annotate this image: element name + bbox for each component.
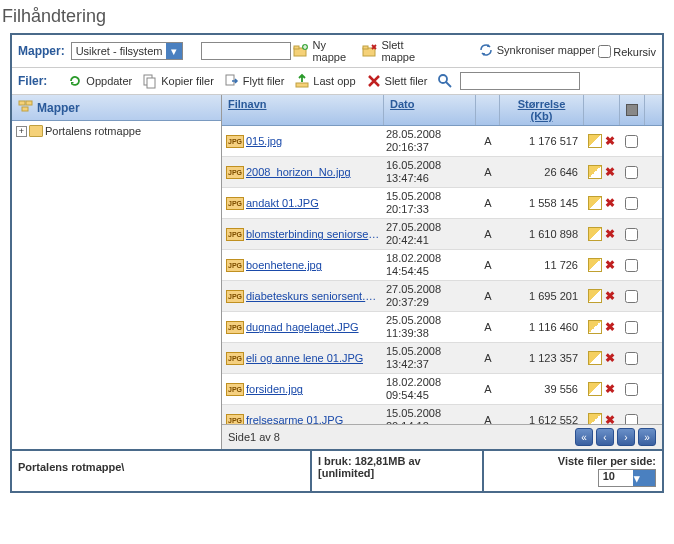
search-button[interactable] [437,73,456,89]
new-folder-input[interactable] [201,42,291,60]
delete-icon[interactable]: ✖ [604,197,616,209]
file-link[interactable]: dugnad hagelaget.JPG [246,321,359,333]
files-label: Filer: [18,74,47,88]
table-row: JPG2008_horizon_No.jpg16.05.200813:47:46… [222,157,662,188]
delete-icon[interactable]: ✖ [604,135,616,147]
delete-icon[interactable]: ✖ [604,321,616,333]
move-files-button[interactable]: Flytt filer [224,73,285,89]
svg-rect-4 [363,46,368,49]
new-folder-button[interactable]: Ny mappe [293,39,352,63]
row-checkbox[interactable] [625,290,638,303]
edit-icon[interactable] [588,134,602,148]
col-filename[interactable]: Filnavn [222,95,384,125]
row-checkbox[interactable] [625,414,638,424]
file-size: 1 176 517 [500,135,584,147]
file-flag: A [476,414,500,424]
chevron-down-icon[interactable]: ▾ [166,43,182,59]
edit-icon[interactable] [588,320,602,334]
expand-icon[interactable]: + [16,126,27,137]
copy-label: Kopier filer [161,75,214,87]
jpg-icon: JPG [226,166,244,179]
edit-icon[interactable] [588,258,602,272]
row-checkbox[interactable] [625,383,638,396]
file-size: 1 610 898 [500,228,584,240]
delete-icon[interactable]: ✖ [604,259,616,271]
folder-select[interactable]: Usikret - filsystem ▾ [71,42,184,60]
folder-tree-pane: Mapper + Portalens rotmappe [12,95,222,449]
file-date: 18.02.200809:54:45 [384,374,476,404]
file-date: 25.05.200811:39:38 [384,312,476,342]
svg-point-9 [439,75,447,83]
edit-icon[interactable] [588,413,602,424]
col-date[interactable]: Dato [384,95,476,125]
per-page-select[interactable]: 10 ▾ [598,469,656,487]
table-row: JPGeli og anne lene 01.JPG15.05.200813:4… [222,343,662,374]
file-flag: A [476,197,500,209]
file-link[interactable]: blomsterbinding seniorsent.JPG [246,228,380,240]
file-link[interactable]: eli og anne lene 01.JPG [246,352,363,364]
refresh-button[interactable]: Oppdater [67,73,132,89]
chevron-down-icon[interactable]: ▾ [633,470,655,486]
tree-node-root[interactable]: + Portalens rotmappe [16,125,217,137]
file-date: 16.05.200813:47:46 [384,157,476,187]
move-label: Flytt filer [243,75,285,87]
per-page-value: 10 [599,470,633,486]
row-checkbox[interactable] [625,259,638,272]
delete-icon[interactable]: ✖ [604,383,616,395]
row-checkbox[interactable] [625,352,638,365]
delete-icon[interactable]: ✖ [604,228,616,240]
pager-next[interactable]: › [617,428,635,446]
sync-folders-button[interactable]: Synkroniser mapper [478,42,595,58]
row-checkbox[interactable] [625,197,638,210]
file-link[interactable]: frelsesarme 01.JPG [246,414,343,424]
x-icon [366,73,382,89]
file-date: 27.05.200820:37:29 [384,281,476,311]
file-link[interactable]: forsiden.jpg [246,383,303,395]
file-link[interactable]: diabeteskurs seniorsent.JPG [246,290,380,302]
file-flag: A [476,352,500,364]
current-path: Portalens rotmappe\ [12,451,312,491]
table-row: JPGblomsterbinding seniorsent.JPG27.05.2… [222,219,662,250]
svg-rect-1 [294,46,299,49]
file-link[interactable]: andakt 01.JPG [246,197,319,209]
file-link[interactable]: 015.jpg [246,135,282,147]
edit-icon[interactable] [588,382,602,396]
search-input[interactable] [460,72,580,90]
copy-icon [142,73,158,89]
table-row: JPGforsiden.jpg18.02.200809:54:45A39 556… [222,374,662,405]
svg-rect-10 [19,101,25,105]
col-size[interactable]: Størrelse (Kb) [500,95,584,125]
delete-icon[interactable]: ✖ [604,352,616,364]
pager-first[interactable]: « [575,428,593,446]
row-checkbox[interactable] [625,135,638,148]
delete-files-button[interactable]: Slett filer [366,73,428,89]
pager-prev[interactable]: ‹ [596,428,614,446]
page-title: Filhåndtering [0,0,674,33]
edit-icon[interactable] [588,227,602,241]
svg-rect-12 [22,107,28,111]
edit-icon[interactable] [588,196,602,210]
recursive-checkbox[interactable] [598,45,611,58]
row-checkbox[interactable] [625,166,638,179]
edit-icon[interactable] [588,165,602,179]
pager-last[interactable]: » [638,428,656,446]
tree-root-label: Portalens rotmappe [45,125,141,137]
jpg-icon: JPG [226,197,244,210]
delete-icon[interactable]: ✖ [604,166,616,178]
delete-icon[interactable]: ✖ [604,414,616,424]
copy-files-button[interactable]: Kopier filer [142,73,214,89]
delete-folder-button[interactable]: Slett mappe [362,39,421,63]
upload-button[interactable]: Last opp [294,73,355,89]
file-size: 1 116 460 [500,321,584,333]
recursive-label: Rekursiv [613,46,656,58]
file-date: 18.02.200814:54:45 [384,250,476,280]
file-grid: Filnavn Dato Størrelse (Kb) JPG015.jpg28… [222,95,662,449]
col-select-all[interactable] [620,95,645,125]
file-link[interactable]: boenhetene.jpg [246,259,322,271]
file-link[interactable]: 2008_horizon_No.jpg [246,166,351,178]
edit-icon[interactable] [588,289,602,303]
row-checkbox[interactable] [625,228,638,241]
edit-icon[interactable] [588,351,602,365]
row-checkbox[interactable] [625,321,638,334]
delete-icon[interactable]: ✖ [604,290,616,302]
